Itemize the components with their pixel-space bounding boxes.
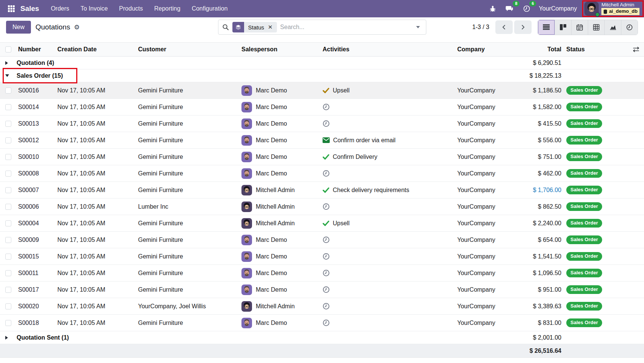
cell-activities[interactable]: Upsell	[321, 87, 456, 94]
cell-creation-date[interactable]: Nov 17, 10:05 AM	[56, 104, 137, 111]
view-switcher-kanban[interactable]	[555, 20, 571, 35]
cell-activities[interactable]	[321, 103, 456, 111]
cell-status[interactable]: Sales Order	[561, 186, 613, 194]
cell-total[interactable]: $ 654.00	[529, 237, 561, 243]
cell-company[interactable]: YourCompany	[456, 154, 529, 160]
cell-creation-date[interactable]: Nov 17, 10:05 AM	[56, 286, 137, 293]
cell-salesperson[interactable]: Marc Demo	[240, 85, 321, 96]
cell-status[interactable]: Sales Order	[561, 86, 613, 94]
cell-activities[interactable]	[321, 170, 456, 177]
cell-total[interactable]: $ 1,186.50	[529, 87, 561, 94]
cell-activities[interactable]: Check delivery requirements	[321, 187, 456, 194]
messages-button[interactable]: 8	[503, 3, 516, 14]
cell-salesperson[interactable]: Mitchell Admin	[240, 301, 321, 312]
cell-number[interactable]: S00009	[17, 237, 56, 243]
cell-creation-date[interactable]: Nov 17, 10:05 AM	[56, 170, 137, 177]
activity-email-icon[interactable]	[323, 137, 330, 143]
pager-next-button[interactable]	[514, 20, 532, 34]
facet-remove-icon[interactable]: ✕	[268, 24, 273, 31]
cell-activities[interactable]: Confirm Delivery	[321, 154, 456, 160]
cell-creation-date[interactable]: Nov 17, 10:05 AM	[56, 253, 137, 260]
view-switcher-graph[interactable]	[604, 20, 621, 35]
apps-menu-button[interactable]	[4, 3, 19, 15]
cell-customer[interactable]: Gemini Furniture	[137, 187, 240, 194]
view-switcher-calendar[interactable]	[571, 20, 588, 35]
cell-status[interactable]: Sales Order	[561, 235, 613, 244]
row-checkbox[interactable]	[5, 287, 11, 293]
cell-creation-date[interactable]: Nov 17, 10:05 AM	[56, 137, 137, 144]
cell-salesperson[interactable]: Mitchell Admin	[240, 218, 321, 229]
view-switcher-activity[interactable]	[621, 20, 638, 35]
cell-total[interactable]: $ 862.50	[529, 203, 561, 210]
column-header-company[interactable]: Company	[456, 46, 529, 53]
cell-activities[interactable]	[321, 203, 456, 210]
cell-company[interactable]: YourCompany	[456, 237, 529, 243]
cell-activities[interactable]	[321, 319, 456, 326]
table-row[interactable]: S00015Nov 17, 10:05 AMGemini FurnitureMa…	[0, 248, 644, 265]
new-button[interactable]: New	[6, 21, 31, 34]
cell-total[interactable]: $ 1,541.50	[529, 253, 561, 260]
cell-customer[interactable]: YourCompany, Joel Willis	[137, 303, 240, 310]
cell-salesperson[interactable]: Marc Demo	[240, 135, 321, 146]
cell-customer[interactable]: Gemini Furniture	[137, 237, 240, 243]
table-row[interactable]: S00007Nov 17, 10:05 AMGemini FurnitureMi…	[0, 182, 644, 198]
row-checkbox[interactable]	[5, 320, 11, 326]
column-header-customer[interactable]: Customer	[137, 46, 240, 53]
table-row[interactable]: S00010Nov 17, 10:05 AMGemini FurnitureMa…	[0, 149, 644, 165]
cell-number[interactable]: S00016	[17, 87, 56, 94]
debug-button[interactable]	[487, 3, 499, 14]
cell-customer[interactable]: Gemini Furniture	[137, 320, 240, 326]
cell-activities[interactable]: Confirm order via email	[321, 137, 456, 144]
cell-total[interactable]: $ 415.50	[529, 120, 561, 127]
cell-customer[interactable]: Gemini Furniture	[137, 137, 240, 144]
cell-salesperson[interactable]: Marc Demo	[240, 268, 321, 278]
cell-creation-date[interactable]: Nov 17, 10:05 AM	[56, 237, 137, 243]
cell-salesperson[interactable]: Marc Demo	[240, 102, 321, 112]
active-company[interactable]: YourCompany	[539, 5, 577, 12]
cell-number[interactable]: S00017	[17, 286, 56, 293]
view-switcher-pivot[interactable]	[588, 20, 604, 35]
column-header-status[interactable]: Status	[561, 46, 613, 53]
row-checkbox[interactable]	[5, 104, 11, 110]
cell-total[interactable]: $ 1,582.00	[529, 104, 561, 111]
cell-total[interactable]: $ 1,096.50	[529, 270, 561, 277]
cell-salesperson[interactable]: Marc Demo	[240, 118, 321, 129]
search-dropdown-toggle[interactable]	[414, 24, 422, 31]
cell-company[interactable]: YourCompany	[456, 170, 529, 177]
cell-status[interactable]: Sales Order	[561, 119, 613, 128]
cell-activities[interactable]	[321, 120, 456, 127]
cell-total[interactable]: $ 462.00	[529, 170, 561, 177]
cell-customer[interactable]: Gemini Furniture	[137, 170, 240, 177]
group-label-cell[interactable]: Sales Order (15)	[17, 72, 529, 79]
activity-clock-icon[interactable]	[323, 286, 330, 293]
group-row[interactable]: Quotation Sent (1)$ 2,001.00	[0, 331, 644, 344]
table-row[interactable]: S00016Nov 17, 10:05 AMGemini FurnitureMa…	[0, 82, 644, 99]
caret-collapsed-icon[interactable]	[5, 336, 8, 340]
cell-number[interactable]: S00013	[17, 120, 56, 127]
activity-clock-icon[interactable]	[323, 319, 330, 326]
table-row[interactable]: S00013Nov 17, 10:05 AMGemini FurnitureMa…	[0, 115, 644, 132]
user-menu[interactable]: Mitchell Admin ai_demo_db	[582, 0, 644, 17]
cell-company[interactable]: YourCompany	[456, 120, 529, 127]
table-row[interactable]: S00011Nov 17, 10:05 AMGemini FurnitureMa…	[0, 265, 644, 281]
cell-customer[interactable]: Gemini Furniture	[137, 253, 240, 260]
cell-number[interactable]: S00020	[17, 303, 56, 310]
cell-creation-date[interactable]: Nov 17, 10:05 AM	[56, 220, 137, 227]
cell-salesperson[interactable]: Mitchell Admin	[240, 185, 321, 195]
cell-company[interactable]: YourCompany	[456, 203, 529, 210]
cell-creation-date[interactable]: Nov 17, 10:05 AM	[56, 320, 137, 326]
cell-status[interactable]: Sales Order	[561, 152, 613, 161]
search-facet-status[interactable]: Status ✕	[232, 22, 277, 32]
cell-company[interactable]: YourCompany	[456, 104, 529, 111]
group-label-cell[interactable]: Quotation Sent (1)	[17, 334, 529, 341]
cell-number[interactable]: S00004	[17, 220, 56, 227]
cell-creation-date[interactable]: Nov 17, 10:05 AM	[56, 270, 137, 277]
group-label-cell[interactable]: Quotation (4)	[17, 60, 529, 66]
cell-total[interactable]: $ 1,706.00	[529, 187, 561, 194]
cell-customer[interactable]: Gemini Furniture	[137, 104, 240, 111]
cell-status[interactable]: Sales Order	[561, 103, 613, 111]
cell-number[interactable]: S00012	[17, 137, 56, 144]
table-row[interactable]: S00020Nov 17, 10:05 AMYourCompany, Joel …	[0, 298, 644, 315]
cell-salesperson[interactable]: Marc Demo	[240, 251, 321, 262]
cell-status[interactable]: Sales Order	[561, 269, 613, 277]
